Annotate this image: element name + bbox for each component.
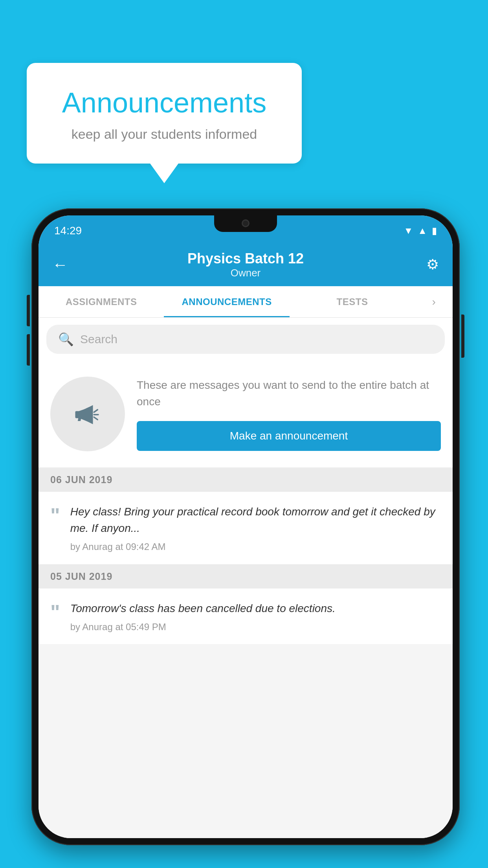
wifi-icon: ▼ <box>404 225 413 236</box>
promo-content: These are messages you want to send to t… <box>137 377 441 451</box>
app-bar-subtitle: Owner <box>76 267 415 279</box>
phone-screen: 14:29 ▼ ▲ ▮ ← Physics Batch 12 Owner ⚙ <box>39 215 453 838</box>
announcement-item-1[interactable]: " Hey class! Bring your practical record… <box>39 492 453 565</box>
announcement-meta-2: by Anurag at 05:49 PM <box>70 622 441 633</box>
search-icon: 🔍 <box>58 332 74 347</box>
battery-icon: ▮ <box>432 225 437 236</box>
volume-up-button <box>27 295 30 326</box>
status-time: 14:29 <box>54 221 82 237</box>
status-icons: ▼ ▲ ▮ <box>404 222 437 236</box>
settings-button[interactable]: ⚙ <box>415 256 439 273</box>
app-bar: ← Physics Batch 12 Owner ⚙ <box>39 243 453 286</box>
phone-notch <box>214 215 277 232</box>
promo-icon-circle <box>50 377 125 451</box>
announcement-item-2[interactable]: " Tomorrow's class has been cancelled du… <box>39 588 453 645</box>
phone-outer: 14:29 ▼ ▲ ▮ ← Physics Batch 12 Owner ⚙ <box>31 208 460 845</box>
search-placeholder: Search <box>80 333 117 346</box>
signal-icon: ▲ <box>418 225 427 236</box>
megaphone-icon <box>70 396 105 432</box>
announcement-text-1: Hey class! Bring your practical record b… <box>70 504 441 537</box>
quote-icon-1: " <box>50 504 60 526</box>
announcement-content-2: Tomorrow's class has been cancelled due … <box>70 600 441 633</box>
promo-card: These are messages you want to send to t… <box>39 361 453 467</box>
tabs-bar: ASSIGNMENTS ANNOUNCEMENTS TESTS › <box>39 286 453 318</box>
back-button[interactable]: ← <box>52 256 76 274</box>
date-divider-2: 05 JUN 2019 <box>39 565 453 588</box>
tab-tests[interactable]: TESTS <box>290 286 415 317</box>
search-bar[interactable]: 🔍 Search <box>46 325 445 354</box>
announcement-text-2: Tomorrow's class has been cancelled due … <box>70 600 441 617</box>
quote-icon-2: " <box>50 600 60 622</box>
search-container: 🔍 Search <box>39 318 453 361</box>
power-button <box>461 314 464 358</box>
tab-assignments[interactable]: ASSIGNMENTS <box>39 286 164 317</box>
promo-description: These are messages you want to send to t… <box>137 377 441 410</box>
phone-wrapper: 14:29 ▼ ▲ ▮ ← Physics Batch 12 Owner ⚙ <box>31 208 460 845</box>
app-bar-title-area: Physics Batch 12 Owner <box>76 250 415 279</box>
tab-more-button[interactable]: › <box>415 286 453 317</box>
front-camera <box>242 219 250 227</box>
speech-bubble-container: Announcements keep all your students inf… <box>27 63 302 183</box>
app-bar-title: Physics Batch 12 <box>76 250 415 267</box>
date-divider-1: 06 JUN 2019 <box>39 468 453 492</box>
speech-bubble-subtitle: keep all your students informed <box>46 127 282 142</box>
announcement-content-1: Hey class! Bring your practical record b… <box>70 504 441 552</box>
speech-bubble-title: Announcements <box>46 86 282 119</box>
speech-bubble: Announcements keep all your students inf… <box>27 63 302 164</box>
volume-down-button <box>27 334 30 366</box>
content-area: 🔍 Search <box>39 318 453 838</box>
tab-announcements[interactable]: ANNOUNCEMENTS <box>164 286 289 317</box>
speech-bubble-tail <box>150 164 178 183</box>
make-announcement-button[interactable]: Make an announcement <box>137 421 441 451</box>
announcement-meta-1: by Anurag at 09:42 AM <box>70 541 441 552</box>
